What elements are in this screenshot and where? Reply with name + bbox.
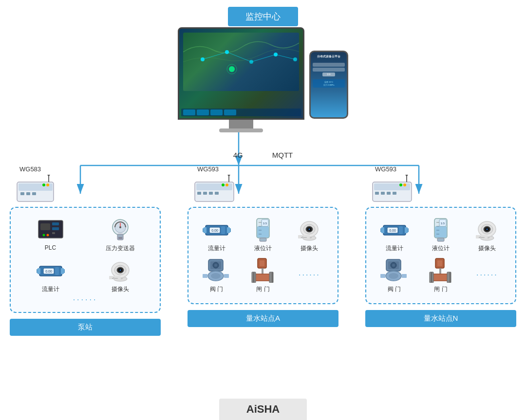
svg-point-66 bbox=[228, 175, 230, 176]
monitor-toolbar bbox=[181, 109, 301, 116]
svg-rect-30 bbox=[40, 223, 50, 230]
protocol-labels: 4G MQTT bbox=[233, 151, 293, 159]
svg-rect-116 bbox=[387, 192, 391, 195]
col-water-station-n: WG593 bbox=[365, 165, 516, 327]
svg-rect-158 bbox=[437, 260, 442, 266]
svg-rect-76 bbox=[227, 227, 230, 233]
svg-rect-41 bbox=[118, 237, 122, 239]
svg-point-101 bbox=[211, 273, 221, 279]
svg-rect-155 bbox=[380, 274, 385, 278]
svg-rect-102 bbox=[203, 274, 207, 278]
gateway-label-3: WG593 bbox=[375, 165, 396, 173]
pressure-icon bbox=[106, 216, 135, 242]
svg-rect-135 bbox=[435, 226, 447, 237]
device-camera-2a: uRomc 摄像头 bbox=[287, 216, 332, 253]
svg-text:0.00: 0.00 bbox=[389, 229, 396, 232]
svg-rect-105 bbox=[260, 260, 264, 266]
control-center-button: 监控中心 bbox=[228, 7, 298, 26]
flowmeter-icon-1: 0.00 bbox=[36, 256, 65, 283]
svg-rect-75 bbox=[204, 227, 207, 233]
svg-rect-114 bbox=[375, 192, 379, 195]
svg-point-39 bbox=[119, 226, 121, 228]
svg-point-26 bbox=[48, 175, 50, 176]
svg-point-121 bbox=[403, 183, 406, 186]
svg-text:uRomc: uRomc bbox=[112, 277, 118, 279]
svg-rect-23 bbox=[26, 192, 30, 195]
gate-icon-2a bbox=[248, 256, 278, 283]
camera-label-3: 摄像头 bbox=[478, 244, 496, 253]
svg-rect-33 bbox=[52, 232, 55, 234]
gate-label-2a: 闸 门 bbox=[256, 285, 269, 293]
monitor-frame bbox=[178, 27, 304, 120]
svg-rect-74 bbox=[221, 226, 225, 234]
device-gate-3: 闸 门 bbox=[418, 256, 463, 293]
watermark: AiSHA bbox=[219, 399, 307, 420]
svg-text:0.00: 0.00 bbox=[211, 229, 218, 232]
svg-rect-22 bbox=[20, 192, 24, 195]
gate-icon-3 bbox=[426, 256, 455, 283]
valve-icon-3 bbox=[380, 256, 409, 283]
svg-rect-85 bbox=[260, 238, 266, 241]
svg-rect-61 bbox=[197, 192, 201, 195]
svg-rect-24 bbox=[32, 192, 36, 195]
map-display bbox=[183, 33, 299, 91]
svg-rect-49 bbox=[61, 268, 64, 274]
station-label-1: 泵站 bbox=[10, 319, 161, 336]
svg-rect-8 bbox=[183, 33, 299, 91]
monitor-base bbox=[219, 128, 263, 132]
protocol-mqtt: MQTT bbox=[272, 151, 293, 159]
device-gate-2a: 闸 门 bbox=[241, 256, 285, 293]
svg-point-28 bbox=[46, 183, 49, 186]
svg-rect-48 bbox=[38, 268, 40, 274]
svg-rect-160 bbox=[432, 274, 449, 281]
svg-rect-117 bbox=[393, 192, 396, 195]
svg-rect-106 bbox=[262, 268, 263, 274]
svg-rect-103 bbox=[224, 274, 229, 278]
svg-rect-128 bbox=[381, 227, 384, 233]
svg-point-18 bbox=[229, 66, 235, 72]
svg-rect-129 bbox=[405, 227, 408, 233]
svg-rect-47 bbox=[55, 267, 59, 275]
placeholder-3: ······ bbox=[465, 256, 509, 293]
phone-screen: 分布式设备云平台 登录 温度 23°C 压力 0.3MPa bbox=[311, 52, 347, 91]
svg-text:uRomc: uRomc bbox=[479, 236, 485, 238]
placeholder-2a: ······ bbox=[287, 256, 332, 293]
svg-point-34 bbox=[42, 234, 45, 236]
device-flowmeter-1: 0.00 流量计 bbox=[17, 256, 84, 293]
monitor-screen bbox=[179, 29, 303, 118]
svg-point-145 bbox=[487, 228, 488, 230]
svg-text:3.5: 3.5 bbox=[263, 222, 267, 225]
level-label-2a: 液位计 bbox=[254, 244, 272, 253]
device-flowmeter-2a: 0.00 流量计 bbox=[194, 216, 239, 253]
svg-point-120 bbox=[399, 183, 402, 186]
flowmeter-label-3: 流量计 bbox=[386, 244, 403, 253]
dots-row2-3: ······ bbox=[476, 271, 498, 279]
device-level-2a: 3.5 液位计 bbox=[241, 216, 285, 253]
device-pressure: 压力变送器 bbox=[86, 216, 154, 253]
pressure-label: 压力变送器 bbox=[106, 244, 135, 253]
camera-icon-1: uRomc bbox=[106, 256, 135, 283]
camera-icon-3: uRomc bbox=[472, 216, 502, 242]
col-water-station-a: WG593 bbox=[188, 165, 338, 327]
svg-rect-107 bbox=[254, 274, 271, 281]
gateway-device-2 bbox=[192, 175, 246, 204]
svg-point-98 bbox=[214, 264, 217, 267]
protocol-4g: 4G bbox=[233, 151, 243, 159]
svg-rect-159 bbox=[439, 268, 441, 274]
camera-icon-2a: uRomc bbox=[295, 216, 324, 242]
flowmeter-icon-2a: 0.00 bbox=[202, 216, 231, 242]
svg-rect-156 bbox=[402, 274, 407, 278]
svg-text:uRomc: uRomc bbox=[301, 236, 307, 238]
svg-point-154 bbox=[389, 273, 398, 279]
monitor-area: 分布式设备云平台 登录 温度 23°C 压力 0.3MPa bbox=[178, 27, 348, 132]
plc-icon bbox=[36, 216, 65, 242]
device-camera-3: uRomc 摄像头 bbox=[465, 216, 509, 253]
device-valve-2a: 阀 门 bbox=[194, 256, 239, 293]
level-icon-2a: 3.5 bbox=[248, 216, 278, 242]
svg-rect-63 bbox=[209, 192, 213, 195]
svg-point-151 bbox=[392, 264, 395, 267]
level-icon-3: 3.5 bbox=[426, 216, 455, 242]
svg-point-68 bbox=[225, 183, 228, 186]
svg-rect-32 bbox=[52, 227, 59, 230]
svg-point-92 bbox=[309, 228, 310, 230]
